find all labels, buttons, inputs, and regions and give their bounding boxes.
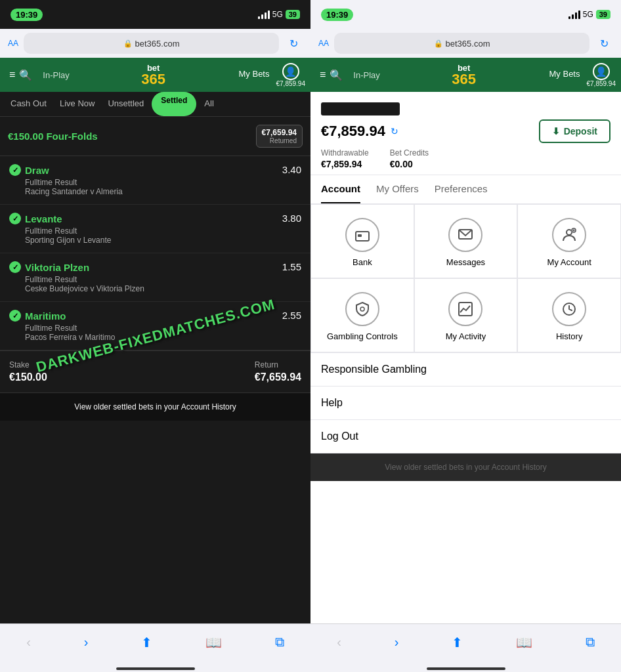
left-mybets-label[interactable]: My Bets — [239, 69, 270, 79]
right-account-amount: €7,859.94 — [587, 80, 616, 87]
left-home-indicator — [0, 665, 310, 672]
left-browser-bottom: ‹ › ⬆ 📖 ⧉ — [0, 623, 310, 665]
signal-bar-2 — [261, 14, 263, 19]
icon-myactivity[interactable]: My Activity — [414, 278, 518, 352]
betcredits-label: Bet Credits — [390, 148, 429, 158]
r-signal-bar-3 — [575, 12, 577, 19]
right-inplay-link[interactable]: In-Play — [349, 70, 383, 80]
signal-bar-4 — [268, 10, 270, 19]
right-signal-bars — [568, 10, 580, 19]
tab-preferences[interactable]: Preferences — [435, 175, 488, 203]
deposit-arrow-icon: ⬇ — [552, 126, 560, 136]
left-account-nav[interactable]: 👤 €7,859.94 — [276, 63, 306, 87]
bet-result-row-viktoria: ✓ Viktoria Plzen — [9, 261, 282, 273]
icon-gambling-controls[interactable]: Gambling Controls — [310, 278, 414, 352]
bet-item-levante: ✓ Levante Fulltime Result Sporting Gijon… — [0, 205, 310, 253]
left-menu-search[interactable]: ≡ 🔍 — [5, 66, 36, 84]
icon-messages[interactable]: Messages — [414, 204, 518, 278]
withdrawable-col: Withdrawable €7,859.94 — [321, 148, 369, 169]
right-account-nav[interactable]: 👤 €7,859.94 — [587, 63, 616, 87]
left-back-button[interactable]: ‹ — [21, 632, 36, 652]
tab-account[interactable]: Account — [321, 175, 360, 203]
tab-livenow[interactable]: Live Now — [54, 92, 100, 116]
right-search-icon[interactable]: 🔍 — [330, 69, 343, 81]
left-phone-panel: 19:39 5G 39 AA 🔒 bet365.com ↻ ≡ 🔍 In-Pla… — [0, 0, 310, 672]
bet-left-draw: ✓ Draw Fulltime Result Racing Santander … — [9, 164, 282, 196]
left-logo: bet 365 — [141, 64, 165, 87]
left-footer-link[interactable]: View older settled bets in your Account … — [0, 392, 310, 421]
right-mybets-nav[interactable]: My Bets — [549, 69, 580, 81]
bet-odds-levante: 3.80 — [282, 213, 301, 224]
left-address-bar[interactable]: AA 🔒 bet365.com ↻ — [0, 29, 310, 58]
fourfolds-badge: €7,659.94 Returned — [256, 125, 303, 148]
gambling-controls-label: Gambling Controls — [327, 331, 398, 341]
left-menu-icon[interactable]: ≡ — [9, 69, 15, 81]
menu-logout[interactable]: Log Out — [310, 420, 621, 453]
icon-history[interactable]: History — [517, 278, 621, 352]
bet-result-row-maritimo: ✓ Maritimo — [9, 310, 282, 322]
right-menu-search[interactable]: ≡ 🔍 — [316, 66, 347, 84]
left-inplay-link[interactable]: In-Play — [39, 70, 73, 80]
betcredits-col: Bet Credits €0.00 — [390, 148, 429, 169]
tab-all[interactable]: All — [199, 92, 219, 116]
balance-refresh-icon[interactable]: ↻ — [391, 126, 398, 136]
right-bookmarks-button[interactable]: 📖 — [511, 632, 538, 653]
left-logo-365: 365 — [141, 72, 165, 87]
left-mybets-nav[interactable]: My Bets — [239, 69, 270, 81]
right-font-size[interactable]: AA — [318, 39, 329, 48]
return-value: €7,659.94 — [255, 371, 301, 383]
tab-unsettled[interactable]: Unsettled — [102, 92, 149, 116]
right-address-bar[interactable]: AA 🔒 bet365.com ↻ — [310, 29, 621, 58]
bank-label: Bank — [353, 257, 372, 267]
right-network-type: 5G — [583, 10, 593, 19]
withdrawable-label: Withdrawable — [321, 148, 369, 158]
icon-myaccount[interactable]: My Account — [517, 204, 621, 278]
left-bookmarks-button[interactable]: 📖 — [200, 632, 227, 653]
bet-left-levante: ✓ Levante Fulltime Result Sporting Gijon… — [9, 213, 282, 245]
bet-result-row-draw: ✓ Draw — [9, 164, 282, 176]
left-share-button[interactable]: ⬆ — [136, 632, 158, 653]
right-mybets-label[interactable]: My Bets — [549, 69, 580, 79]
r-signal-bar-2 — [572, 14, 574, 19]
history-icon — [552, 292, 586, 326]
right-battery: 39 — [596, 10, 610, 19]
menu-responsible-gambling[interactable]: Responsible Gambling — [310, 353, 621, 387]
responsible-gambling-label: Responsible Gambling — [321, 364, 427, 375]
left-account-icon[interactable]: 👤 — [282, 63, 299, 80]
right-reload-button[interactable]: ↻ — [595, 34, 613, 52]
right-address-input[interactable]: 🔒 bet365.com — [334, 33, 589, 54]
right-tabs-button[interactable]: ⧉ — [580, 632, 600, 652]
right-account-icon[interactable]: 👤 — [593, 63, 610, 80]
left-tabs-button[interactable]: ⧉ — [270, 632, 289, 652]
gambling-controls-icon — [345, 292, 379, 326]
fourfolds-header: €150.00 Four-Folds €7,659.94 Returned — [0, 117, 310, 156]
left-address-input[interactable]: 🔒 bet365.com — [24, 33, 279, 54]
bet-odds-draw: 3.40 — [282, 164, 301, 175]
left-font-size[interactable]: AA — [8, 39, 18, 48]
tab-cashout[interactable]: Cash Out — [5, 92, 52, 116]
account-header: €7,859.94 ↻ ⬇ Deposit Withdrawable €7,85… — [310, 92, 621, 175]
left-reload-button[interactable]: ↻ — [284, 34, 303, 52]
fourfolds-returned-amount: €7,659.94 — [262, 128, 297, 137]
right-menu-icon[interactable]: ≡ — [320, 69, 326, 81]
tab-settled[interactable]: Settled — [152, 92, 196, 116]
bet-result-row-levante: ✓ Levante — [9, 213, 282, 224]
username-bar — [321, 102, 400, 116]
right-footer[interactable]: View older settled bets in your Account … — [310, 453, 621, 481]
bet-name-draw: Draw — [25, 165, 49, 176]
right-home-indicator — [310, 665, 621, 672]
right-share-button[interactable]: ⬆ — [446, 632, 468, 653]
tab-myoffers[interactable]: My Offers — [376, 175, 419, 203]
left-forward-button[interactable]: › — [79, 632, 94, 652]
icon-bank[interactable]: Bank — [310, 204, 414, 278]
deposit-button[interactable]: ⬇ Deposit — [539, 119, 610, 143]
r-signal-bar-4 — [578, 10, 580, 19]
right-forward-button[interactable]: › — [389, 632, 404, 652]
menu-help[interactable]: Help — [310, 387, 621, 420]
left-search-icon[interactable]: 🔍 — [19, 69, 32, 81]
right-back-button[interactable]: ‹ — [332, 632, 347, 652]
return-label: Return — [255, 360, 301, 369]
return-col: Return €7,659.94 — [255, 360, 301, 383]
balance-row: €7,859.94 ↻ ⬇ Deposit — [321, 119, 610, 143]
bet-odds-maritimo: 2.55 — [282, 310, 301, 321]
